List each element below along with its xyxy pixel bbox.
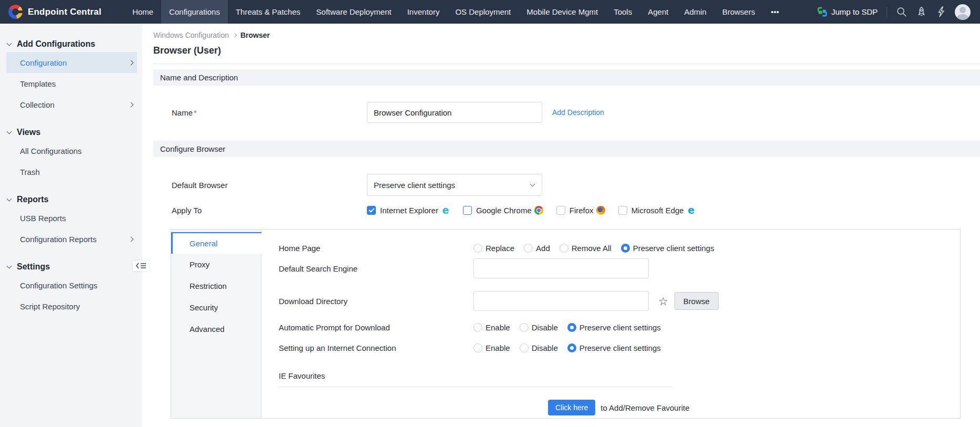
nav-item-mobile-device-mgmt[interactable]: Mobile Device Mgmt [519,0,606,24]
radio-label: Remove All [572,244,612,253]
sidebar-item-trash[interactable]: Trash [0,161,142,182]
sidebar-item-all-configurations[interactable]: All Configurations [0,140,142,161]
nav-more-menu[interactable]: ••• [763,0,787,24]
radio-preserve-client-settings[interactable]: Preserve client settings [567,323,661,332]
radio-unselected-icon [524,244,533,253]
browse-button[interactable]: Browse [675,292,719,310]
breadcrumb-parent[interactable]: Windows Configuration [153,31,229,39]
sidebar-header-settings[interactable]: Settings [0,259,142,275]
name-description-section-header: Name and Description [153,69,980,86]
download-directory-input[interactable] [473,291,649,311]
search-icon[interactable] [896,6,907,17]
tab-general[interactable]: General [171,232,261,254]
nav-item-admin[interactable]: Admin [676,0,714,24]
sidebar-item-label: Script Repository [20,302,80,311]
sidebar-header-label: Add Configurations [17,39,95,49]
radio-preserve-client-settings[interactable]: Preserve client settings [567,343,661,352]
favourite-star-icon[interactable]: ☆ [658,296,668,307]
name-label-text: Name [172,108,193,117]
user-avatar[interactable] [955,4,971,20]
sidebar-item-usb-reports[interactable]: USB Reports [0,207,142,228]
brand[interactable]: Endpoint Central [0,0,111,24]
download-directory-label: Download Directory [279,297,473,306]
download-directory-row: Download Directory ☆ Browse [279,291,960,311]
radio-enable[interactable]: Enable [473,323,510,332]
checkbox-unchecked-icon [618,206,627,215]
quick-actions-lightning-icon[interactable] [936,6,946,17]
automatic-prompt-radio-group: Enable Disable Preserve client settings [473,323,661,332]
radio-label: Disable [532,323,558,332]
radio-add[interactable]: Add [524,244,550,253]
default-browser-row: Default Browser Preserve client settings [153,174,980,196]
sidebar-header-reports[interactable]: Reports [0,192,142,207]
nav-item-inventory[interactable]: Inventory [399,0,448,24]
chevron-right-icon [129,236,134,242]
collapse-sidebar-icon [135,262,147,270]
home-page-radio-group: Replace Add Remove All Preserve cli [473,244,714,253]
nav-item-browsers[interactable]: Browsers [714,0,763,24]
sidebar-header-add-configurations[interactable]: Add Configurations [0,36,142,52]
radio-label: Preserve client settings [579,343,661,352]
sidebar-item-label: Configuration Reports [20,235,97,244]
radio-unselected-icon [473,343,482,352]
default-search-engine-input[interactable] [473,258,649,278]
sidebar-item-collection[interactable]: Collection [0,94,142,115]
radio-unselected-icon [560,244,568,253]
tab-advanced[interactable]: Advanced [171,318,261,340]
nav-item-configurations[interactable]: Configurations [161,0,228,24]
nav-item-tools[interactable]: Tools [606,0,640,24]
sidebar-item-label: Templates [20,79,56,88]
sidebar-item-configuration-reports[interactable]: Configuration Reports [0,228,142,249]
tab-security[interactable]: Security [171,297,261,318]
sidebar-item-configuration[interactable]: Configuration [6,52,137,73]
radio-selected-icon [567,323,576,332]
brand-name: Endpoint Central [28,7,101,17]
default-search-engine-row: Default Search Engine [279,258,960,278]
favourite-helper-text: to Add/Remove Favourite [600,403,689,412]
click-here-button[interactable]: Click here [548,400,595,415]
internet-explorer-icon: e [441,205,450,215]
nav-item-agent[interactable]: Agent [640,0,676,24]
sidebar-header-views[interactable]: Views [0,124,142,140]
sidebar-item-script-repository[interactable]: Script Repository [0,296,142,317]
checkbox-unchecked-icon [556,206,565,215]
browser-checkbox-group: Internet Explorer e Google Chrome Firefo… [367,205,696,215]
firefox-icon [596,205,606,215]
checkbox-microsoft-edge[interactable]: Microsoft Edge e [618,205,696,215]
ie-favourites-heading: IE Favourites [279,371,672,387]
add-description-link[interactable]: Add Description [552,108,604,117]
tab-proxy[interactable]: Proxy [171,254,261,275]
radio-replace[interactable]: Replace [473,244,514,253]
radio-selected-icon [621,244,630,253]
sidebar-item-label: Configuration Settings [20,281,98,290]
checkbox-internet-explorer[interactable]: Internet Explorer e [367,205,450,215]
nav-item-software-deployment[interactable]: Software Deployment [308,0,399,24]
name-input[interactable] [367,102,542,123]
nav-menu: Home Configurations Threats & Patches So… [124,0,787,24]
name-label: Name* [172,108,367,117]
checkbox-google-chrome[interactable]: Google Chrome [463,205,544,215]
radio-unselected-icon [520,343,529,352]
sidebar-section-reports: Reports USB Reports Configuration Report… [0,192,142,249]
nav-item-threats-patches[interactable]: Threats & Patches [228,0,308,24]
radio-unselected-icon [520,323,529,332]
checkbox-firefox[interactable]: Firefox [556,205,606,215]
sidebar-item-templates[interactable]: Templates [0,73,142,94]
tab-restriction[interactable]: Restriction [171,275,261,297]
radio-remove-all[interactable]: Remove All [560,244,612,253]
nav-divider [887,7,887,17]
radio-selected-icon [567,343,576,352]
jump-to-sdp-button[interactable]: Jump to SDP [817,7,878,17]
nav-item-os-deployment[interactable]: OS Deployment [447,0,519,24]
radio-preserve-client-settings[interactable]: Preserve client settings [621,244,714,253]
jump-to-sdp-label: Jump to SDP [831,7,878,16]
radio-enable[interactable]: Enable [473,343,510,352]
radio-disable[interactable]: Disable [520,343,558,352]
sidebar-item-configuration-settings[interactable]: Configuration Settings [0,275,142,296]
default-browser-select[interactable]: Preserve client settings [367,174,542,196]
nav-item-home[interactable]: Home [124,0,161,24]
whats-new-rocket-icon[interactable] [916,6,927,17]
required-asterisk: * [194,108,197,117]
sidebar-collapse-button[interactable] [133,261,150,271]
radio-disable[interactable]: Disable [520,323,558,332]
